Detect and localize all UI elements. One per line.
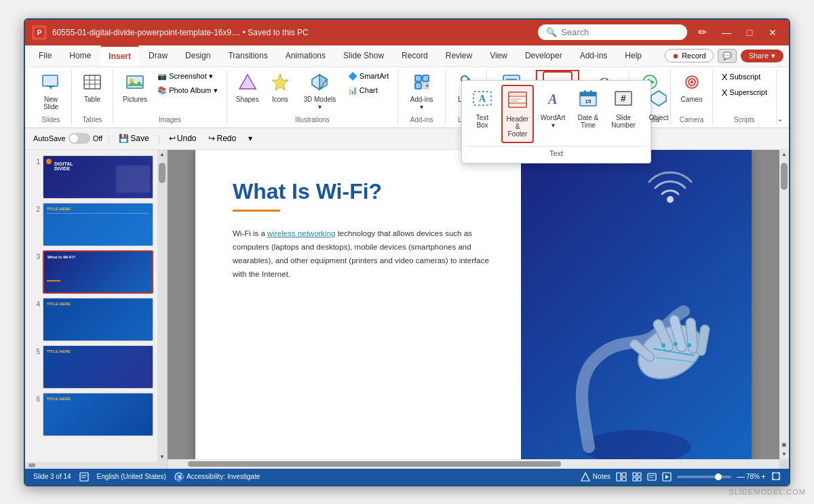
slide-scroll-thumb[interactable] <box>159 163 166 183</box>
right-scroll-thumb[interactable] <box>781 163 788 190</box>
slide-scroll-up[interactable]: ▲ <box>157 150 167 159</box>
tab-home[interactable]: Home <box>61 45 99 66</box>
ribbon-group-camera: Cameo Camera <box>671 70 712 125</box>
slideshow-button[interactable] <box>662 472 672 482</box>
wordart-dropdown-item[interactable]: A WordArt ▾ <box>537 85 569 143</box>
scroll-middle-btn[interactable]: ▣ <box>779 440 789 450</box>
new-slide-icon: ▾ <box>41 73 60 94</box>
slide-scrollbar[interactable]: ▲ ▼ <box>157 150 167 462</box>
tab-view[interactable]: View <box>482 45 516 66</box>
save-button[interactable]: 💾 Save <box>115 132 152 144</box>
autosave-switch[interactable] <box>69 133 90 144</box>
zoom-slider[interactable] <box>677 476 731 478</box>
tab-animations[interactable]: Animations <box>277 45 334 66</box>
scroll-up-arrow[interactable]: ▲ <box>779 150 789 159</box>
tab-review[interactable]: Review <box>438 45 480 66</box>
screenshot-button[interactable]: 📷 Screenshot ▾ <box>154 70 220 83</box>
slide-item-1[interactable]: 1 DIGITALDIVIDE <box>29 155 153 199</box>
pen-icon[interactable]: ✏ <box>693 23 712 42</box>
text-box-dropdown-item[interactable]: A TextBox <box>466 85 499 143</box>
chart-button[interactable]: 📊 Chart <box>345 84 392 97</box>
normal-view-button[interactable] <box>616 472 627 482</box>
addins-button[interactable]: + Add-ins ▾ <box>404 70 440 113</box>
customize-button[interactable]: ▾ <box>245 132 256 144</box>
tab-record[interactable]: Record <box>393 45 436 66</box>
svg-rect-74 <box>638 478 641 481</box>
photo-album-button[interactable]: 📚 Photo Album ▾ <box>154 84 220 97</box>
zoom-plus[interactable]: + <box>761 472 766 482</box>
minimize-button[interactable]: — <box>717 23 736 42</box>
title-bar: P 60555-01-digital-divide-powerpoint-tem… <box>25 20 789 45</box>
tab-insert[interactable]: Insert <box>100 45 139 66</box>
slide-thumb-2[interactable]: TITLE HERE <box>43 203 153 246</box>
slide-item-2[interactable]: 2 TITLE HERE <box>29 203 153 246</box>
bottom-row <box>168 459 789 469</box>
tab-developer[interactable]: Developer <box>517 45 570 66</box>
tab-slideshow[interactable]: Slide Show <box>335 45 392 66</box>
3d-models-button[interactable]: 3D Models ▾ <box>298 70 342 113</box>
slide-thumb-3[interactable]: What Is Wi-Fi? <box>43 250 153 294</box>
smartart-button[interactable]: 🔷 SmartArt <box>345 70 392 83</box>
pictures-icon <box>125 73 144 94</box>
addins-group-label: Add-ins <box>410 113 433 125</box>
search-box[interactable]: 🔍 <box>538 24 687 40</box>
slide-horiz-thumb[interactable] <box>28 463 35 467</box>
scroll-down-arrow[interactable]: ▼ <box>779 450 789 459</box>
maximize-button[interactable]: □ <box>740 23 759 42</box>
new-slide-button[interactable]: ▾ NewSlide <box>36 70 66 113</box>
slide-item-6[interactable]: 6 TITLE HERE <box>29 393 153 436</box>
new-slide-label: NewSlide <box>43 96 58 111</box>
slide-number-dropdown-item[interactable]: # SlideNumber <box>607 85 640 143</box>
comments-button[interactable]: 💬 <box>718 49 737 63</box>
object-dropdown-item[interactable]: Object <box>642 85 675 143</box>
search-input[interactable] <box>561 27 679 37</box>
date-time-dropdown-item[interactable]: 15 Date &Time <box>572 85 604 143</box>
slide-item-5[interactable]: 5 TITLE HERE <box>29 345 153 389</box>
reading-view-button[interactable] <box>647 472 657 482</box>
zoom-thumb <box>715 473 722 480</box>
tab-help[interactable]: Help <box>617 45 650 66</box>
subscript-button[interactable]: X Subscript <box>718 70 771 84</box>
slide-thumb-1[interactable]: DIGITALDIVIDE <box>43 155 153 199</box>
grid-view-button[interactable] <box>632 472 642 482</box>
fit-slide-button[interactable] <box>771 471 781 482</box>
ribbon-expand[interactable]: ⌄ <box>777 70 783 125</box>
undo-button[interactable]: ↩ Undo <box>166 132 200 144</box>
status-notes-icon[interactable] <box>79 472 89 482</box>
slide-item-4[interactable]: 4 TITLE HERE <box>29 298 153 341</box>
pictures-button[interactable]: Pictures <box>119 70 151 106</box>
addins-icon: + <box>412 73 431 94</box>
close-button[interactable]: ✕ <box>763 23 782 42</box>
redo-button[interactable]: ↪ Redo <box>205 132 239 144</box>
tab-design[interactable]: Design <box>177 45 218 66</box>
slide-title: What Is Wi-Fi? <box>233 179 382 204</box>
slide-thumb-6[interactable]: TITLE HERE <box>43 393 153 436</box>
tab-transitions[interactable]: Transitions <box>220 45 275 66</box>
cameo-button[interactable]: Cameo <box>676 70 706 106</box>
tab-addins[interactable]: Add-ins <box>572 45 616 66</box>
accessibility-status[interactable]: ♿ Accessibility: Investigate <box>174 472 260 482</box>
slide-info: Slide 3 of 14 <box>33 473 71 480</box>
slide-item-3[interactable]: 3 What Is Wi-Fi? <box>29 250 153 294</box>
right-scrollbar[interactable]: ▲ ▣ ▼ <box>779 150 789 459</box>
table-button[interactable]: Table <box>77 70 107 106</box>
slide-thumb-4[interactable]: TITLE HERE <box>43 298 153 341</box>
superscript-button[interactable]: X Superscript <box>718 85 771 100</box>
header-footer-dropdown-item[interactable]: Header& Footer <box>501 85 534 143</box>
slide-horiz-scrollbar[interactable] <box>25 462 167 469</box>
icons-button[interactable]: Icons <box>265 70 295 106</box>
record-button[interactable]: Record <box>665 49 713 62</box>
shapes-button[interactable]: Shapes <box>233 70 263 106</box>
expand-icon[interactable]: ⌄ <box>777 114 783 123</box>
text-dropdown: A TextBox Header& Footer A WordArt ▾ <box>461 80 651 163</box>
slide-scroll-down[interactable]: ▼ <box>157 452 167 462</box>
slide-num-1: 1 <box>29 155 40 166</box>
bottom-scroll-thumb[interactable] <box>188 461 561 467</box>
zoom-minus[interactable]: — <box>737 472 745 482</box>
tab-file[interactable]: File <box>31 45 60 66</box>
tab-draw[interactable]: Draw <box>140 45 176 66</box>
notes-button[interactable]: Notes <box>581 472 610 482</box>
share-button[interactable]: Share ▾ <box>741 50 783 62</box>
bottom-scrollbar[interactable] <box>168 459 779 469</box>
slide-thumb-5[interactable]: TITLE HERE <box>43 345 153 389</box>
